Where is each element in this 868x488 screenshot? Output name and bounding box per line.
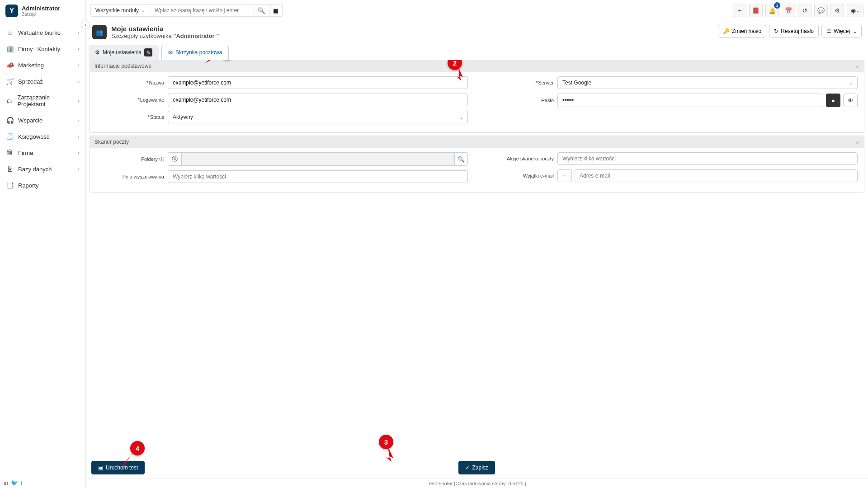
form-grid: Nazwa Logowanie Status Aktywny⌄ <box>90 72 864 132</box>
module-select[interactable]: Wszystkie moduły⌄ <box>90 4 150 17</box>
svg-marker-0 <box>204 60 222 64</box>
input-login[interactable] <box>168 94 468 106</box>
nav-label: Zarządzanie Projektami <box>17 94 73 108</box>
page-header: 👥 Moje ustawienia Szczegóły użytkownika … <box>86 21 868 43</box>
sidebar-header: Y Administrator Zarząd <box>0 0 85 22</box>
run-test-button[interactable]: ▣Uruchom test <box>91 461 145 474</box>
briefcase-icon: 🗂 <box>6 97 13 104</box>
collapse-icon[interactable]: ⌄ <box>855 139 859 145</box>
nav-support[interactable]: 🎧Wsparcie› <box>0 112 85 128</box>
chevron-down-icon: ⌄ <box>459 115 463 120</box>
book-icon: 📕 <box>752 7 760 14</box>
password-show-button[interactable]: 👁 <box>843 94 858 107</box>
facebook-icon[interactable]: f <box>21 479 23 486</box>
module-select-label: Wszystkie moduły <box>95 7 139 14</box>
tab-my-settings[interactable]: ⚙Moje ustawienia✎ <box>89 45 159 60</box>
sidebar: Y Administrator Zarząd ‹ ⌂Wirtualne biur… <box>0 0 86 488</box>
check-icon: ✓ <box>465 465 470 471</box>
input-search-fields[interactable] <box>168 170 468 183</box>
settings-button[interactable]: ⚙ <box>830 4 844 17</box>
section-basic-info: Informacje podstawowe⌄ Nazwa Logowanie S… <box>90 60 864 133</box>
advanced-search-button[interactable]: ▦ <box>269 4 283 17</box>
nav-accounting[interactable]: 🧾Księgowość› <box>0 128 85 145</box>
label-scanner-actions: Akcje skanera poczty <box>486 156 554 161</box>
nav-virtual-office[interactable]: ⌂Wirtualne biurko› <box>0 24 85 41</box>
twitter-icon[interactable]: 🐦 <box>11 479 18 486</box>
collapse-icon[interactable]: ⌄ <box>855 63 859 69</box>
notifications-button[interactable]: 🔔1 <box>765 4 779 17</box>
linkedin-icon[interactable]: in <box>4 479 8 486</box>
folders-search-button[interactable]: 🔍 <box>454 152 468 166</box>
select-value: Aktywny <box>173 114 193 120</box>
sidebar-collapse-button[interactable]: ‹ <box>81 20 90 29</box>
nav-label: Firma <box>18 150 33 156</box>
nav-companies[interactable]: 🏢Firmy i Kontakty› <box>0 41 85 57</box>
nav-databases[interactable]: 🗄Bazy danych› <box>0 161 85 177</box>
change-password-button[interactable]: 🔑Zmień hasło <box>718 25 766 38</box>
section-title: Skaner poczty <box>94 139 129 145</box>
app-logo: Y <box>5 5 18 17</box>
search-icon: 🔍 <box>458 156 465 163</box>
home-icon: ⌂ <box>6 29 14 36</box>
page-title: Moje ustawienia <box>111 25 219 33</box>
row-email-exceptions: Wyjątki e-mail ＋ <box>486 169 858 182</box>
exception-add-button[interactable]: ＋ <box>557 169 572 182</box>
input-password[interactable] <box>557 94 823 107</box>
info-icon[interactable]: ⓘ <box>159 156 164 162</box>
nav-reports[interactable]: 📑Raporty <box>0 177 85 193</box>
select-value: Test Google <box>562 80 591 86</box>
folders-display <box>181 152 454 166</box>
chevron-right-icon: › <box>78 118 79 123</box>
bell-icon: 🔔 <box>769 7 776 14</box>
chevron-down-icon: ⌄ <box>856 8 859 13</box>
calendar-button[interactable]: 📅 <box>782 4 795 17</box>
input-email-exception[interactable] <box>575 169 858 182</box>
tab-label: Moje ustawienia <box>103 49 142 56</box>
book-button[interactable]: 📕 <box>749 4 763 17</box>
save-button[interactable]: ✓Zapisz <box>458 461 495 474</box>
label-login: Logowanie <box>96 97 164 103</box>
nav-projects[interactable]: 🗂Zarządzanie Projektami› <box>0 89 85 112</box>
user-name: Administrator <box>22 5 60 12</box>
label-folders: Foldery ⓘ <box>96 156 164 163</box>
search-input[interactable] <box>150 4 254 17</box>
user-info: Administrator Zarząd <box>22 5 60 17</box>
select-status[interactable]: Aktywny⌄ <box>168 111 468 123</box>
tabs: ⚙Moje ustawienia✎ ✉Skrzynka pocztowa <box>86 45 868 60</box>
label-status: Status <box>96 114 164 120</box>
nav-sales[interactable]: 🛒Sprzedaż› <box>0 73 85 89</box>
select-server[interactable]: Test Google⌄ <box>557 76 858 89</box>
terminal-icon: ▣ <box>98 465 103 471</box>
row-password: Hasło ● 👁 <box>486 94 858 107</box>
input-name[interactable] <box>168 76 468 89</box>
user-menu[interactable]: ◉⌄ <box>847 4 863 17</box>
folders-clear-button[interactable]: ⓧ <box>168 152 181 166</box>
nav-company[interactable]: 🏛Firma› <box>0 145 85 161</box>
nav-label: Księgowość <box>18 133 49 140</box>
key-icon: 🔑 <box>723 28 730 34</box>
input-scanner-actions[interactable] <box>557 152 858 165</box>
more-actions-button[interactable]: ☰Więcej <box>821 25 862 38</box>
plus-icon: ＋ <box>562 172 568 180</box>
nav-marketing[interactable]: 📣Marketing› <box>0 57 85 73</box>
chevron-right-icon: › <box>78 30 79 35</box>
reset-password-button[interactable]: ↻Resetuj hasło <box>769 25 819 38</box>
tab-mailbox[interactable]: ✉Skrzynka pocztowa <box>161 45 229 60</box>
search-button[interactable]: 🔍 <box>254 4 269 17</box>
history-button[interactable]: ↺ <box>798 4 811 17</box>
chat-button[interactable]: 💬 <box>814 4 828 17</box>
arrow-1 <box>204 60 222 66</box>
user-role: Zarząd <box>22 12 60 17</box>
gear-icon: ⚙ <box>835 7 840 14</box>
edit-icon[interactable]: ✎ <box>144 48 152 56</box>
chevron-down-icon: ⌄ <box>849 80 853 85</box>
add-button[interactable]: ＋ <box>733 4 746 17</box>
svg-marker-3 <box>121 452 134 467</box>
password-generate-button[interactable]: ● <box>826 94 840 107</box>
calendar-icon: 📅 <box>785 7 792 14</box>
refresh-icon: ↻ <box>774 28 778 34</box>
label-password: Hasło <box>486 98 554 103</box>
label-name: Nazwa <box>96 80 164 85</box>
label-email-exceptions: Wyjątki e-mail <box>486 173 554 178</box>
user-circle-icon: ◉ <box>851 7 856 14</box>
